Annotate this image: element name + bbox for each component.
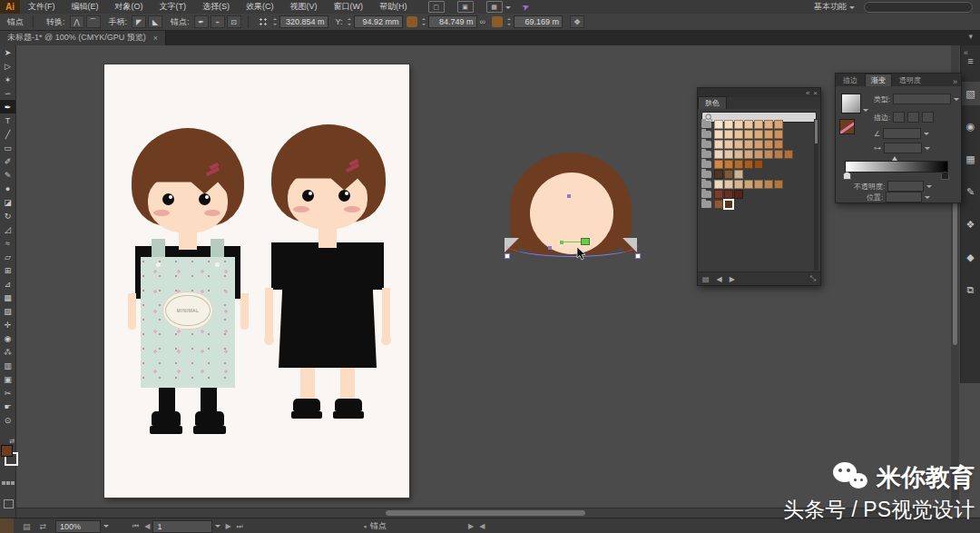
tab-stroke[interactable]: 描边	[838, 74, 863, 86]
color-group-folder-icon[interactable]	[701, 161, 711, 168]
swatch[interactable]	[714, 170, 723, 179]
none-fill-icon[interactable]	[11, 481, 15, 485]
color-group-folder-icon[interactable]	[701, 181, 711, 188]
color-group-folder-icon[interactable]	[701, 141, 711, 148]
selected-anchor[interactable]	[581, 238, 590, 245]
swatch[interactable]	[754, 140, 763, 149]
zoom-dropdown-icon[interactable]	[103, 525, 109, 530]
swatch[interactable]	[754, 120, 763, 129]
swatch[interactable]	[764, 120, 773, 129]
convert-to-corner-icon[interactable]: ⋀	[70, 15, 84, 28]
h-stepper[interactable]	[506, 16, 513, 27]
swatch[interactable]	[724, 140, 733, 149]
y-field[interactable]: 94.92 mm	[354, 15, 403, 28]
tabbar-menu-icon[interactable]: ▾	[961, 30, 980, 45]
status-splitter-icons[interactable]: ▶ ◀	[468, 522, 487, 530]
swatch[interactable]	[734, 170, 743, 179]
swatch[interactable]	[734, 190, 743, 199]
magic-wand-tool[interactable]: ✶	[0, 73, 15, 86]
menu-item-effect[interactable]: 效果(C)	[238, 0, 282, 14]
swatch[interactable]	[764, 130, 773, 139]
swatch[interactable]	[714, 180, 723, 189]
swatch[interactable]	[764, 180, 773, 189]
prev-artboard-icon[interactable]: ◀	[144, 522, 150, 530]
connect-anchor-icon[interactable]: ⌁	[211, 15, 225, 28]
arrange-documents-icon[interactable]: ▢	[428, 1, 445, 13]
gradient-thumb-dropdown-icon[interactable]	[863, 109, 868, 114]
opacity-field[interactable]	[887, 181, 924, 192]
swatch[interactable]	[714, 120, 723, 129]
swatch[interactable]	[714, 130, 723, 139]
path-anchor[interactable]	[505, 253, 510, 259]
swatch[interactable]	[774, 150, 783, 159]
constrain-proportions-icon[interactable]: ∞	[480, 17, 485, 26]
close-document-icon[interactable]: ×	[153, 34, 158, 43]
color-group-folder-icon[interactable]	[701, 121, 711, 128]
aspect-field[interactable]	[884, 143, 922, 153]
selection-tool[interactable]: ➤	[0, 45, 15, 59]
last-artboard-icon[interactable]: ⏭	[237, 522, 243, 531]
swatch[interactable]	[714, 200, 723, 209]
color-group-folder-icon[interactable]	[701, 191, 711, 198]
location-field[interactable]	[886, 192, 922, 202]
gradient-tool[interactable]: ▨	[0, 304, 15, 318]
artboards-panel-icon[interactable]: ⧉	[962, 278, 980, 301]
path-anchor-solid[interactable]	[567, 194, 571, 198]
remove-anchor-icon[interactable]: ✒	[194, 15, 209, 28]
workspace-switcher[interactable]: 基本功能	[814, 1, 855, 13]
tab-skintones[interactable]: 肤色	[698, 96, 727, 109]
swatch[interactable]	[774, 180, 783, 189]
slice-tool[interactable]: ✂	[0, 386, 15, 400]
panel-collapse-icon[interactable]: «	[806, 89, 809, 97]
w-stepper[interactable]	[421, 16, 427, 27]
lasso-tool[interactable]: ∽	[0, 86, 15, 100]
aspect-dropdown-icon[interactable]	[925, 147, 930, 153]
swatch[interactable]	[754, 150, 763, 159]
artboard-tool[interactable]: ▣	[0, 372, 15, 386]
swatch[interactable]	[744, 160, 753, 169]
artboard-dropdown-icon[interactable]	[215, 525, 220, 530]
swatch[interactable]	[744, 150, 753, 159]
swatch[interactable]	[724, 120, 733, 129]
path-anchor[interactable]	[635, 253, 641, 259]
collapse-panels-icon[interactable]: «	[964, 48, 968, 57]
wip-selection-path[interactable]	[506, 242, 639, 257]
swatch[interactable]	[774, 120, 783, 129]
transform-options-icon[interactable]: ✥	[570, 15, 584, 28]
swatch[interactable]	[724, 200, 733, 209]
swatch[interactable]	[754, 180, 763, 189]
hand-tool[interactable]: ☛	[0, 400, 15, 413]
fill-color-swatch[interactable]	[1, 445, 13, 457]
swatch[interactable]	[764, 140, 773, 149]
h-scroll-thumb[interactable]	[386, 510, 585, 516]
status-icon-2[interactable]: ⇄	[40, 522, 47, 531]
show-handles-icon[interactable]: ◤	[132, 15, 146, 28]
brushes-panel-icon[interactable]: ✎	[962, 180, 980, 203]
swatch[interactable]	[744, 180, 753, 189]
angle-dropdown-icon[interactable]	[924, 133, 929, 138]
swatch[interactable]	[734, 130, 743, 139]
gradient-slider[interactable]	[845, 161, 948, 173]
workspace-icon[interactable]: ▦	[486, 1, 503, 13]
color-group-folder-icon[interactable]	[701, 201, 711, 208]
swatches-panel-icon[interactable]: ▦	[962, 147, 980, 171]
swatch[interactable]	[744, 120, 753, 129]
gradient-fill-proxy[interactable]	[839, 119, 855, 134]
swatch[interactable]	[724, 130, 733, 139]
menu-item-view[interactable]: 视图(V)	[282, 0, 326, 14]
direct-selection-tool[interactable]: ▷	[0, 59, 15, 73]
swatch[interactable]	[734, 150, 743, 159]
swatch[interactable]	[734, 140, 743, 149]
eraser-tool[interactable]: ◪	[0, 195, 15, 209]
swatch[interactable]	[764, 150, 773, 159]
zoom-tool[interactable]: ⊙	[0, 413, 15, 427]
convert-to-smooth-icon[interactable]: ⌒	[86, 15, 101, 28]
height-field[interactable]: 69.169 m	[514, 15, 563, 28]
swatch[interactable]	[714, 160, 723, 169]
path-anchor-solid[interactable]	[548, 246, 552, 250]
gradient-fill-icon[interactable]	[6, 481, 10, 485]
angle-field[interactable]	[883, 128, 921, 139]
column-graph-tool[interactable]: ▥	[0, 359, 15, 372]
menu-item-help[interactable]: 帮助(H)	[371, 0, 416, 14]
stroke-within-icon[interactable]	[893, 112, 905, 123]
